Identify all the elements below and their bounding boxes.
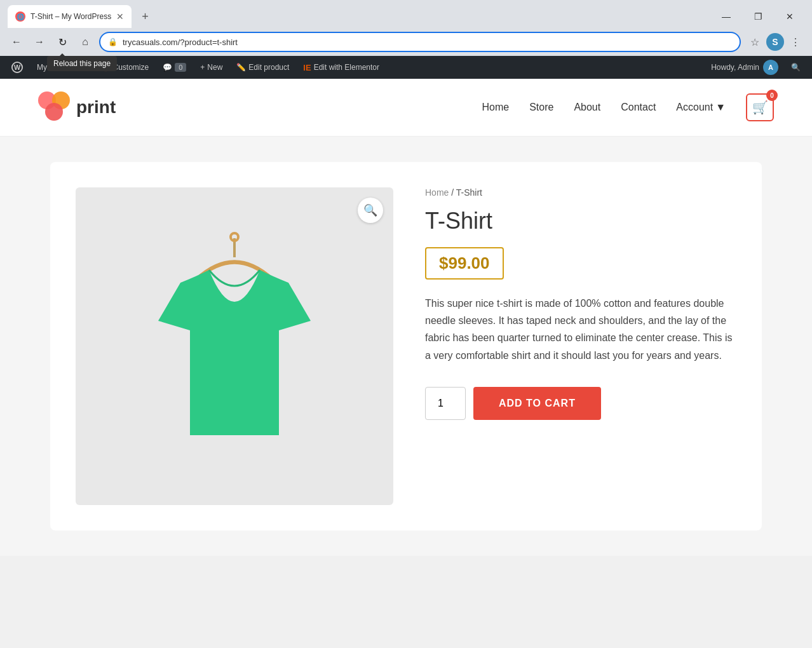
cart-count: 0: [766, 90, 778, 101]
browser-tab-close[interactable]: ✕: [116, 11, 124, 22]
add-to-cart-row: ADD TO CART: [425, 387, 736, 420]
breadcrumb: Home / T-Shirt: [425, 187, 736, 198]
wp-howdy-item[interactable]: Howdy, Admin A: [705, 56, 785, 79]
home-button[interactable]: ⌂: [76, 33, 94, 51]
website-content: print Home Store About Contact Account ▼…: [0, 79, 812, 556]
wp-my-wordpress-item[interactable]: My WordPress: [30, 56, 93, 79]
nav-about[interactable]: About: [574, 102, 600, 113]
breadcrumb-separator: /: [451, 187, 456, 198]
browser-titlebar: 🌐 T-Shirt – My WordPress ✕ + — ❐ ✕: [0, 0, 812, 28]
window-controls: — ❐ ✕: [712, 7, 804, 26]
wp-search-item[interactable]: 🔍: [785, 56, 807, 79]
site-nav: Home Store About Contact Account ▼ 🛒 0: [482, 93, 774, 121]
logo-icon: [38, 91, 70, 123]
user-avatar: A: [763, 60, 778, 75]
wp-logo-icon: W: [11, 62, 23, 73]
quantity-input[interactable]: [425, 387, 466, 420]
nav-home[interactable]: Home: [482, 102, 509, 113]
wp-admin-bar: W My WordPress 🎨 Customize 💬 0 + New ✏️ …: [0, 56, 812, 79]
logo-text: print: [76, 97, 116, 118]
chevron-down-icon: ▼: [715, 102, 726, 113]
wp-logo-item[interactable]: W: [5, 56, 29, 79]
browser-chrome: 🌐 T-Shirt – My WordPress ✕ + — ❐ ✕ ← → ↻…: [0, 0, 812, 56]
new-tab-button[interactable]: +: [137, 8, 154, 26]
menu-button[interactable]: ⋮: [787, 33, 804, 51]
minimize-button[interactable]: —: [712, 7, 741, 26]
svg-text:W: W: [14, 64, 21, 71]
logo-circle-coral: [45, 103, 63, 121]
nav-account-label: Account: [676, 102, 713, 113]
cart-button[interactable]: 🛒 0: [746, 93, 774, 121]
product-image-wrap: 🔍: [76, 187, 393, 505]
breadcrumb-home[interactable]: Home: [425, 187, 449, 198]
wp-customize-label: 🎨: [100, 63, 110, 72]
edit-icon: ✏️: [236, 63, 246, 72]
cart-icon: 🛒: [752, 100, 768, 115]
browser-toolbar: ← → ↻ Reload this page ⌂ 🔒 trycasuals.co…: [0, 28, 812, 56]
reload-button[interactable]: ↻: [53, 33, 71, 51]
main-content: 🔍 Home: [0, 137, 812, 556]
breadcrumb-current: T-Shirt: [456, 187, 482, 198]
site-header: print Home Store About Contact Account ▼…: [0, 79, 812, 137]
wp-my-wordpress-label: My WordPress: [37, 63, 86, 72]
comment-icon: 💬: [163, 63, 172, 72]
forward-button[interactable]: →: [30, 33, 48, 51]
howdy-container: Howdy, Admin A: [711, 60, 778, 75]
nav-contact[interactable]: Contact: [621, 102, 656, 113]
browser-tab[interactable]: 🌐 T-Shirt – My WordPress ✕: [8, 5, 132, 28]
wp-edit-elementor-label: Edit with Elementor: [314, 63, 379, 72]
product-details: Home / T-Shirt T-Shirt $99.00 This super…: [425, 187, 736, 505]
url-text: trycasuals.com/?product=t-shirt: [123, 37, 732, 47]
wp-edit-product-item[interactable]: ✏️ Edit product: [230, 56, 295, 79]
tshirt-image: [126, 219, 342, 473]
add-to-cart-button[interactable]: ADD TO CART: [473, 387, 601, 420]
product-image-area: 🔍: [76, 187, 393, 505]
profile-button[interactable]: S: [766, 33, 784, 51]
browser-tab-title: T-Shirt – My WordPress: [30, 12, 111, 21]
lock-icon: 🔒: [108, 37, 118, 46]
close-button[interactable]: ✕: [775, 7, 804, 26]
wp-edit-product-label: Edit product: [248, 63, 289, 72]
svg-point-3: [231, 233, 238, 241]
wp-new-label: New: [207, 63, 222, 72]
wp-edit-elementor-item[interactable]: IE Edit with Elementor: [297, 56, 386, 79]
magnify-button[interactable]: 🔍: [358, 198, 383, 223]
site-logo[interactable]: print: [38, 91, 116, 123]
address-bar[interactable]: 🔒 trycasuals.com/?product=t-shirt: [99, 32, 741, 52]
browser-toolbar-icons: ☆ S ⋮: [746, 33, 804, 51]
wp-new-item[interactable]: + New: [194, 56, 229, 79]
product-price: $99.00: [425, 247, 504, 280]
bookmark-button[interactable]: ☆: [746, 33, 764, 51]
wp-customize-text: Customize: [112, 63, 149, 72]
wp-customize-item[interactable]: 🎨 Customize: [94, 56, 155, 79]
back-button[interactable]: ←: [8, 33, 25, 51]
wp-bar-right: Howdy, Admin A 🔍: [705, 56, 807, 79]
howdy-text: Howdy, Admin: [711, 63, 759, 72]
wp-comments-item[interactable]: 💬 0: [156, 56, 193, 79]
plus-icon: +: [200, 63, 205, 72]
maximize-button[interactable]: ❐: [743, 7, 773, 26]
product-container: 🔍 Home: [50, 162, 762, 530]
product-description: This super nice t-shirt is made of 100% …: [425, 295, 736, 364]
browser-tab-favicon: 🌐: [15, 11, 25, 22]
wp-comments-count: 0: [175, 63, 186, 72]
product-title: T-Shirt: [425, 208, 736, 234]
elementor-icon: IE: [303, 63, 311, 72]
nav-store[interactable]: Store: [529, 102, 553, 113]
search-icon: 🔍: [791, 63, 801, 72]
nav-account[interactable]: Account ▼: [676, 102, 726, 113]
